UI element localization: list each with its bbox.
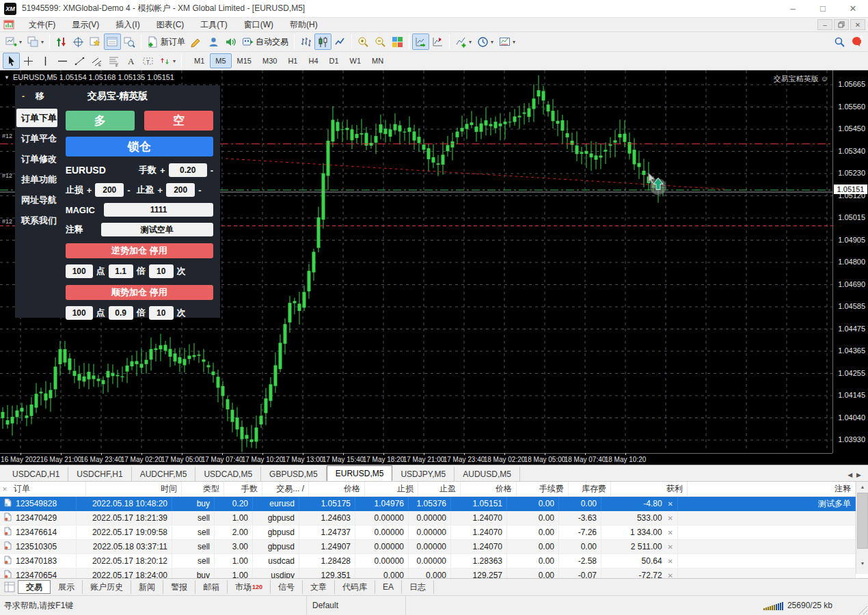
mdi-close-button[interactable]: ✕ — [850, 19, 865, 30]
counter-multiplier-input[interactable] — [109, 264, 133, 278]
menu-help[interactable]: 帮助(H) — [282, 18, 326, 32]
counter-trend-add-button[interactable]: 逆势加仓 停用 — [66, 243, 213, 258]
terminal-tab-交易[interactable]: 交易 — [18, 580, 51, 594]
trend-times-input[interactable] — [149, 306, 174, 320]
order-row[interactable]: 1235498282022.05.18 10:48:20buy0.20eurus… — [0, 497, 856, 511]
terminal-tab-账户历史[interactable]: 账户历史 — [83, 580, 131, 594]
column-header-price[interactable]: 价格 — [309, 482, 365, 496]
zoom-out-button[interactable] — [372, 33, 389, 50]
cursor-button[interactable] — [3, 53, 20, 69]
sl-increase-button[interactable]: + — [87, 185, 92, 195]
order-row[interactable]: 1234704292022.05.17 18:21:39sell1.00gbpu… — [0, 511, 856, 525]
column-header-lots[interactable]: 手数 — [224, 482, 262, 496]
column-header-profit[interactable]: 获利 — [611, 482, 688, 496]
panel-menu-item[interactable]: 网址导航 — [16, 191, 57, 209]
sell-button[interactable]: 空 — [144, 111, 213, 131]
close-order-icon[interactable]: ✕ — [668, 572, 673, 579]
tp-decrease-button[interactable]: - — [198, 185, 201, 195]
comment-input[interactable] — [101, 223, 213, 236]
panel-move-handle[interactable]: 移 — [36, 90, 44, 102]
column-header-swap[interactable]: 库存费 — [569, 482, 611, 496]
terminal-tab-邮箱[interactable]: 邮箱 — [195, 580, 228, 594]
terminal-scrollbar[interactable]: ▲ ▼ — [856, 482, 868, 574]
search-button[interactable] — [831, 33, 848, 50]
scroll-down-icon[interactable]: ▼ — [857, 558, 868, 569]
chart-tab-usdjpy-m5[interactable]: USDJPY,M5 — [392, 467, 455, 481]
trend-multiplier-input[interactable] — [109, 306, 133, 320]
text-button[interactable]: A — [122, 53, 139, 69]
order-row[interactable]: 1234706542022.05.17 18:24:00buy1.00usdjp… — [0, 569, 856, 578]
column-header-commission[interactable]: 手续费 — [517, 482, 569, 496]
close-order-icon[interactable]: ✕ — [668, 543, 673, 551]
crosshair-button[interactable] — [20, 53, 37, 69]
column-header-id[interactable]: 订单 — [10, 482, 86, 496]
counter-times-input[interactable] — [149, 264, 174, 278]
terminal-tab-展示[interactable]: 展示 — [51, 580, 83, 594]
minimize-button[interactable]: – — [778, 0, 808, 17]
column-header-price2[interactable]: 价格 — [461, 482, 517, 496]
stop-loss-input[interactable] — [95, 183, 124, 197]
column-header-symbol[interactable]: 交易... / — [262, 482, 309, 496]
maximize-button[interactable]: □ — [808, 0, 838, 17]
chart-tab-audusd-m5[interactable]: AUDUSD,M5 — [455, 467, 520, 481]
panel-menu-item[interactable]: 联系我们 — [16, 211, 57, 230]
equidistant-channel-button[interactable]: E — [88, 53, 105, 69]
panel-menu-item[interactable]: 挂单功能 — [16, 170, 57, 189]
market-watch-button[interactable] — [53, 33, 70, 50]
timeframe-m30[interactable]: M30 — [257, 53, 282, 68]
terminal-tab-文章[interactable]: 文章 — [303, 580, 335, 594]
scroll-up-icon[interactable]: ▲ — [857, 482, 868, 492]
chart-tab-gbpusd-m5[interactable]: GBPUSD,M5 — [261, 467, 327, 481]
column-header-tp[interactable]: 止盈 — [418, 482, 461, 496]
order-row[interactable]: 1234701832022.05.17 18:20:12sell1.00usdc… — [0, 554, 856, 569]
column-header-comment[interactable]: 注释 — [688, 482, 856, 496]
tp-increase-button[interactable]: + — [158, 185, 163, 195]
community-button[interactable] — [205, 33, 222, 50]
horizontal-line-button[interactable] — [54, 53, 71, 69]
trend-points-input[interactable] — [66, 306, 93, 320]
chart-collapse-icon[interactable]: ▼ — [4, 74, 10, 81]
column-header-time[interactable]: 时间 — [86, 482, 182, 496]
profiles-button[interactable]: ▾ — [25, 33, 46, 50]
counter-points-input[interactable] — [66, 264, 93, 278]
close-order-icon[interactable]: ✕ — [668, 500, 673, 508]
terminal-tab-日志[interactable]: 日志 — [402, 580, 434, 594]
new-chart-button[interactable]: ▾ — [3, 33, 25, 50]
navigator-button[interactable] — [87, 33, 104, 50]
lots-input[interactable] — [169, 163, 207, 177]
terminal-button[interactable] — [104, 33, 121, 50]
timeframe-mn[interactable]: MN — [366, 53, 389, 68]
data-window-button[interactable] — [70, 33, 87, 50]
panel-minimize-button[interactable]: - — [22, 92, 25, 101]
terminal-close-icon[interactable]: ✕ — [0, 486, 10, 493]
scroll-right-icon[interactable]: ▶ — [856, 472, 861, 478]
autotrading-button[interactable]: 自动交易 — [239, 33, 291, 50]
menu-charts[interactable]: 图表(C) — [148, 18, 193, 32]
bar-chart-button[interactable] — [297, 33, 314, 50]
terminal-tab-EA[interactable]: EA — [375, 580, 402, 594]
broadcast-button[interactable] — [222, 33, 239, 50]
line-chart-button[interactable] — [331, 33, 349, 50]
close-button[interactable]: ✕ — [838, 0, 868, 17]
timeframe-m15[interactable]: M15 — [232, 53, 257, 68]
trend-add-button[interactable]: 顺势加仓 停用 — [66, 285, 213, 300]
dropdown-arrow-icon[interactable]: ▾ — [513, 39, 515, 45]
mdi-restore-button[interactable] — [834, 19, 849, 30]
chart-tab-usdcad-h1[interactable]: USDCAD,H1 — [4, 467, 68, 481]
zoom-in-button[interactable] — [355, 33, 372, 50]
vertical-line-button[interactable] — [37, 53, 54, 69]
sl-decrease-button[interactable]: - — [127, 185, 130, 195]
text-label-button[interactable]: T — [139, 53, 157, 69]
menu-view[interactable]: 显示(V) — [64, 18, 107, 32]
scrollbar-thumb[interactable] — [857, 493, 868, 549]
terminal-tab-信号[interactable]: 信号 — [271, 580, 303, 594]
magic-input[interactable] — [104, 203, 213, 217]
menu-file[interactable]: 文件(F) — [21, 18, 64, 32]
order-row[interactable]: 1235103052022.05.18 03:37:11sell3.00gbpu… — [0, 540, 856, 554]
status-template[interactable]: Default — [306, 596, 406, 615]
dropdown-arrow-icon[interactable]: ▾ — [41, 39, 44, 45]
panel-menu-active-item[interactable]: 订单下单 — [16, 109, 57, 127]
order-row[interactable]: 1234766142022.05.17 19:09:58sell2.00gbpu… — [0, 525, 856, 540]
lots-decrease-button[interactable]: - — [211, 165, 213, 176]
menu-insert[interactable]: 插入(I) — [107, 18, 148, 32]
